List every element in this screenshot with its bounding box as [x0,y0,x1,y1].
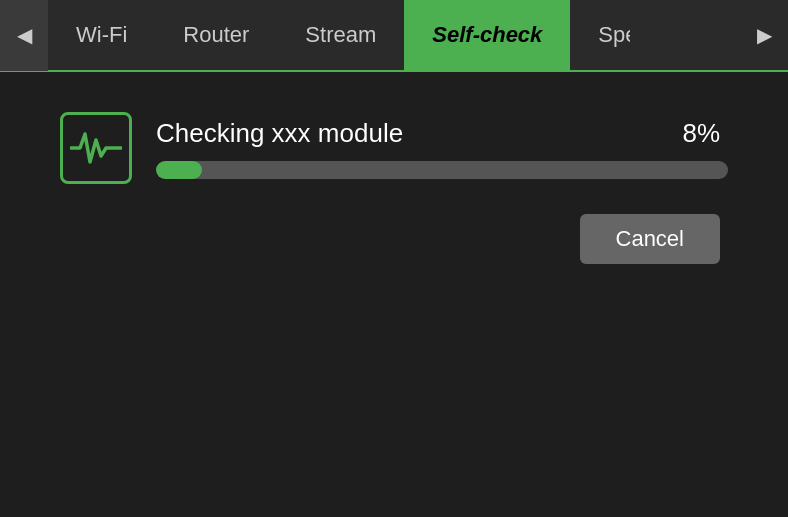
button-row: Cancel [60,214,728,264]
heartbeat-icon [70,126,122,170]
nav-bar: ◀ Wi-Fi Router Stream Self-check Spec ▶ [0,0,788,72]
status-percent: 8% [682,118,720,149]
status-info: Checking xxx module 8% [156,118,728,179]
main-content: Checking xxx module 8% Cancel [0,72,788,517]
status-label: Checking xxx module [156,118,403,149]
module-icon [60,112,132,184]
tab-selfcheck[interactable]: Self-check [404,0,570,71]
status-row: Checking xxx module 8% [60,112,728,184]
tab-wifi[interactable]: Wi-Fi [48,0,155,71]
status-header: Checking xxx module 8% [156,118,728,149]
tab-speed[interactable]: Spec [570,0,630,71]
nav-tabs: Wi-Fi Router Stream Self-check Spec [48,0,740,70]
progress-track [156,161,728,179]
cancel-button[interactable]: Cancel [580,214,720,264]
progress-fill [156,161,202,179]
tab-router[interactable]: Router [155,0,277,71]
next-arrow-button[interactable]: ▶ [740,0,788,71]
tab-stream[interactable]: Stream [277,0,404,71]
prev-arrow-button[interactable]: ◀ [0,0,48,71]
